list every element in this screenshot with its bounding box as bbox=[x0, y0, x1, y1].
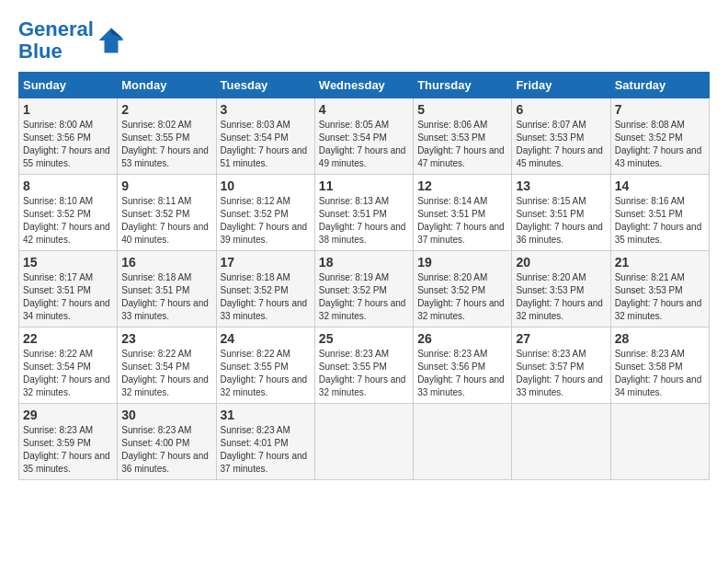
day-info: Sunrise: 8:12 AM Sunset: 3:52 PM Dayligh… bbox=[221, 195, 311, 247]
day-info: Sunrise: 8:13 AM Sunset: 3:51 PM Dayligh… bbox=[319, 195, 409, 247]
day-number: 2 bbox=[121, 102, 211, 117]
day-number: 21 bbox=[615, 255, 705, 270]
calendar-cell: 22 Sunrise: 8:22 AM Sunset: 3:54 PM Dayl… bbox=[19, 327, 118, 404]
day-number: 3 bbox=[221, 102, 311, 117]
day-number: 27 bbox=[516, 331, 606, 346]
day-info: Sunrise: 8:16 AM Sunset: 3:51 PM Dayligh… bbox=[615, 195, 705, 247]
logo-text: GeneralBlue bbox=[18, 18, 94, 63]
logo: GeneralBlue bbox=[18, 18, 125, 63]
calendar-cell: 10 Sunrise: 8:12 AM Sunset: 3:52 PM Dayl… bbox=[216, 175, 314, 251]
day-info: Sunrise: 8:22 AM Sunset: 3:54 PM Dayligh… bbox=[121, 348, 211, 399]
calendar-cell: 31 Sunrise: 8:23 AM Sunset: 4:01 PM Dayl… bbox=[216, 404, 314, 480]
day-number: 6 bbox=[516, 102, 606, 117]
day-info: Sunrise: 8:17 AM Sunset: 3:51 PM Dayligh… bbox=[23, 271, 113, 323]
day-number: 9 bbox=[121, 178, 211, 193]
day-number: 26 bbox=[417, 331, 507, 346]
calendar-week-row: 8 Sunrise: 8:10 AM Sunset: 3:52 PM Dayli… bbox=[19, 175, 710, 251]
day-info: Sunrise: 8:07 AM Sunset: 3:53 PM Dayligh… bbox=[516, 119, 606, 170]
day-info: Sunrise: 8:23 AM Sunset: 4:01 PM Dayligh… bbox=[221, 424, 311, 476]
day-number: 5 bbox=[417, 102, 507, 117]
day-info: Sunrise: 8:21 AM Sunset: 3:53 PM Dayligh… bbox=[615, 271, 705, 323]
day-info: Sunrise: 8:20 AM Sunset: 3:52 PM Dayligh… bbox=[417, 271, 507, 323]
day-number: 15 bbox=[23, 255, 113, 270]
day-number: 30 bbox=[121, 408, 211, 422]
calendar-week-row: 29 Sunrise: 8:23 AM Sunset: 3:59 PM Dayl… bbox=[19, 404, 710, 480]
day-info: Sunrise: 8:23 AM Sunset: 3:57 PM Dayligh… bbox=[516, 348, 606, 399]
calendar-cell: 9 Sunrise: 8:11 AM Sunset: 3:52 PM Dayli… bbox=[118, 175, 216, 251]
calendar-cell: 13 Sunrise: 8:15 AM Sunset: 3:51 PM Dayl… bbox=[512, 175, 610, 251]
header-friday: Friday bbox=[512, 73, 610, 98]
day-number: 28 bbox=[615, 331, 705, 346]
day-number: 17 bbox=[221, 255, 311, 270]
calendar-cell: 20 Sunrise: 8:20 AM Sunset: 3:53 PM Dayl… bbox=[512, 251, 610, 327]
calendar-week-row: 1 Sunrise: 8:00 AM Sunset: 3:56 PM Dayli… bbox=[19, 98, 710, 175]
day-number: 19 bbox=[417, 255, 507, 270]
calendar-cell: 11 Sunrise: 8:13 AM Sunset: 3:51 PM Dayl… bbox=[314, 175, 413, 251]
calendar-cell: 30 Sunrise: 8:23 AM Sunset: 4:00 PM Dayl… bbox=[118, 404, 216, 480]
calendar-cell: 14 Sunrise: 8:16 AM Sunset: 3:51 PM Dayl… bbox=[610, 175, 709, 251]
day-number: 25 bbox=[319, 331, 409, 346]
calendar-table: SundayMondayTuesdayWednesdayThursdayFrid… bbox=[18, 72, 710, 480]
day-info: Sunrise: 8:03 AM Sunset: 3:54 PM Dayligh… bbox=[221, 119, 311, 170]
day-info: Sunrise: 8:23 AM Sunset: 3:58 PM Dayligh… bbox=[615, 348, 705, 399]
calendar-cell: 1 Sunrise: 8:00 AM Sunset: 3:56 PM Dayli… bbox=[19, 98, 118, 175]
calendar-cell: 7 Sunrise: 8:08 AM Sunset: 3:52 PM Dayli… bbox=[610, 98, 709, 175]
day-number: 7 bbox=[615, 102, 705, 117]
calendar-cell: 4 Sunrise: 8:05 AM Sunset: 3:54 PM Dayli… bbox=[314, 98, 413, 175]
day-info: Sunrise: 8:05 AM Sunset: 3:54 PM Dayligh… bbox=[319, 119, 409, 170]
day-info: Sunrise: 8:23 AM Sunset: 3:55 PM Dayligh… bbox=[319, 348, 409, 399]
header-wednesday: Wednesday bbox=[314, 73, 413, 98]
day-number: 13 bbox=[516, 178, 606, 193]
header-monday: Monday bbox=[118, 73, 216, 98]
day-number: 22 bbox=[23, 331, 113, 346]
day-info: Sunrise: 8:23 AM Sunset: 3:59 PM Dayligh… bbox=[23, 424, 113, 476]
day-info: Sunrise: 8:06 AM Sunset: 3:53 PM Dayligh… bbox=[417, 119, 507, 170]
calendar-cell bbox=[610, 404, 709, 480]
day-number: 24 bbox=[221, 331, 311, 346]
day-info: Sunrise: 8:02 AM Sunset: 3:55 PM Dayligh… bbox=[121, 119, 211, 170]
calendar-cell: 21 Sunrise: 8:21 AM Sunset: 3:53 PM Dayl… bbox=[610, 251, 709, 327]
day-info: Sunrise: 8:22 AM Sunset: 3:55 PM Dayligh… bbox=[221, 348, 311, 399]
calendar-cell: 2 Sunrise: 8:02 AM Sunset: 3:55 PM Dayli… bbox=[118, 98, 216, 175]
calendar-week-row: 15 Sunrise: 8:17 AM Sunset: 3:51 PM Dayl… bbox=[19, 251, 710, 327]
day-info: Sunrise: 8:19 AM Sunset: 3:52 PM Dayligh… bbox=[319, 271, 409, 323]
day-info: Sunrise: 8:23 AM Sunset: 4:00 PM Dayligh… bbox=[121, 424, 211, 476]
day-number: 12 bbox=[417, 178, 507, 193]
calendar-cell: 3 Sunrise: 8:03 AM Sunset: 3:54 PM Dayli… bbox=[216, 98, 314, 175]
calendar-cell: 6 Sunrise: 8:07 AM Sunset: 3:53 PM Dayli… bbox=[512, 98, 610, 175]
calendar-cell: 12 Sunrise: 8:14 AM Sunset: 3:51 PM Dayl… bbox=[414, 175, 512, 251]
day-info: Sunrise: 8:20 AM Sunset: 3:53 PM Dayligh… bbox=[516, 271, 606, 323]
calendar-cell: 17 Sunrise: 8:18 AM Sunset: 3:52 PM Dayl… bbox=[216, 251, 314, 327]
calendar-cell: 19 Sunrise: 8:20 AM Sunset: 3:52 PM Dayl… bbox=[414, 251, 512, 327]
calendar-cell: 26 Sunrise: 8:23 AM Sunset: 3:56 PM Dayl… bbox=[414, 327, 512, 404]
day-number: 31 bbox=[221, 408, 311, 422]
calendar-cell: 24 Sunrise: 8:22 AM Sunset: 3:55 PM Dayl… bbox=[216, 327, 314, 404]
day-info: Sunrise: 8:08 AM Sunset: 3:52 PM Dayligh… bbox=[615, 119, 705, 170]
logo-icon bbox=[97, 27, 125, 54]
day-info: Sunrise: 8:22 AM Sunset: 3:54 PM Dayligh… bbox=[23, 348, 113, 399]
day-info: Sunrise: 8:11 AM Sunset: 3:52 PM Dayligh… bbox=[121, 195, 211, 247]
header-sunday: Sunday bbox=[19, 73, 118, 98]
calendar-cell: 23 Sunrise: 8:22 AM Sunset: 3:54 PM Dayl… bbox=[118, 327, 216, 404]
day-info: Sunrise: 8:18 AM Sunset: 3:51 PM Dayligh… bbox=[121, 271, 211, 323]
day-number: 4 bbox=[319, 102, 409, 117]
calendar-cell: 29 Sunrise: 8:23 AM Sunset: 3:59 PM Dayl… bbox=[19, 404, 118, 480]
day-number: 10 bbox=[221, 178, 311, 193]
calendar-cell bbox=[414, 404, 512, 480]
calendar-cell: 18 Sunrise: 8:19 AM Sunset: 3:52 PM Dayl… bbox=[314, 251, 413, 327]
day-info: Sunrise: 8:23 AM Sunset: 3:56 PM Dayligh… bbox=[417, 348, 507, 399]
calendar-cell: 8 Sunrise: 8:10 AM Sunset: 3:52 PM Dayli… bbox=[19, 175, 118, 251]
day-info: Sunrise: 8:15 AM Sunset: 3:51 PM Dayligh… bbox=[516, 195, 606, 247]
calendar-week-row: 22 Sunrise: 8:22 AM Sunset: 3:54 PM Dayl… bbox=[19, 327, 710, 404]
calendar-cell bbox=[314, 404, 413, 480]
header-saturday: Saturday bbox=[610, 73, 709, 98]
day-number: 16 bbox=[121, 255, 211, 270]
day-number: 18 bbox=[319, 255, 409, 270]
page-header: GeneralBlue bbox=[18, 18, 710, 63]
calendar-cell: 5 Sunrise: 8:06 AM Sunset: 3:53 PM Dayli… bbox=[414, 98, 512, 175]
day-info: Sunrise: 8:18 AM Sunset: 3:52 PM Dayligh… bbox=[221, 271, 311, 323]
day-number: 11 bbox=[319, 178, 409, 193]
calendar-cell: 15 Sunrise: 8:17 AM Sunset: 3:51 PM Dayl… bbox=[19, 251, 118, 327]
day-number: 29 bbox=[23, 408, 113, 422]
calendar-cell bbox=[512, 404, 610, 480]
